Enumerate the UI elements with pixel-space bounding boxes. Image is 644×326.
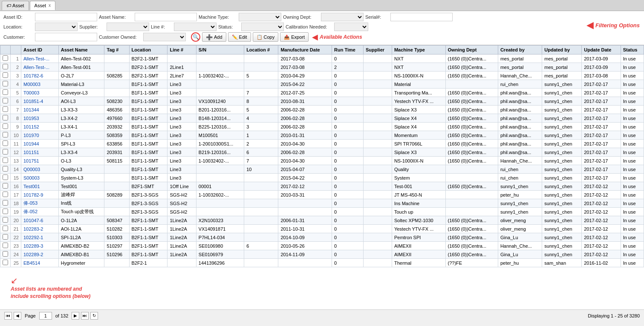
table-row[interactable]: 10101970P-L3508359B1F1-1-SMTLine3M100501… [0, 131, 644, 140]
table-row[interactable]: 13101751O-L3508115B1F1-1-SMTLine31-10032… [0, 157, 644, 165]
row-checkbox[interactable] [3, 260, 8, 265]
cell-asset-id[interactable]: 101152 [21, 123, 59, 131]
export-button[interactable]: 📤 Export [280, 32, 309, 42]
table-row[interactable]: 16Test001Test001B2F1-SMT1Off Line0000120… [0, 182, 644, 191]
cell-asset-id[interactable]: 101851-4 [21, 97, 59, 106]
asset-id-input[interactable] [35, 13, 97, 21]
cell-asset-id[interactable]: 101344 [21, 106, 59, 114]
cell-asset-id[interactable]: EB4514 [21, 259, 59, 267]
table-row[interactable]: 1Allen-Test-...Allen-Test-002B2F2-1-SMT2… [0, 54, 644, 63]
asset-tab[interactable]: Asset x [30, 1, 56, 10]
customer-owned-select[interactable] [143, 33, 186, 41]
last-page-button[interactable]: ⏭ [81, 312, 89, 320]
row-checkbox[interactable] [3, 209, 8, 214]
row-checkbox[interactable] [3, 157, 8, 163]
serial-input[interactable] [390, 13, 453, 21]
table-row[interactable]: 20101047-6O-1L2A508347B2F1-1-SMT1Line2AX… [0, 216, 644, 225]
line-select[interactable] [174, 23, 217, 31]
prev-page-button[interactable]: ◀ [14, 312, 21, 320]
table-row[interactable]: 7101344L3-X3-3486356B1F1-1-SMTLine3B201-… [0, 106, 644, 114]
cell-asset-id[interactable]: 101151 [21, 148, 59, 157]
row-checkbox[interactable] [3, 140, 8, 146]
table-row[interactable]: 14Q00003Quality-L3B1F1-1-SMTLine3102015-… [0, 165, 644, 174]
row-checkbox[interactable] [3, 174, 8, 180]
row-checkbox[interactable] [3, 192, 8, 197]
supplier-select[interactable] [107, 23, 149, 31]
cell-asset-id[interactable]: 俸-052 [21, 208, 59, 216]
row-checkbox[interactable] [3, 72, 8, 78]
cell-asset-id[interactable]: 101782-6 [21, 71, 59, 80]
col-header-update-date[interactable]: Update Date [582, 46, 621, 54]
cell-asset-id[interactable]: 102289-3 [21, 242, 59, 250]
page-number-input[interactable] [39, 312, 52, 320]
cell-asset-id[interactable]: 102289-2 [21, 250, 59, 259]
cell-asset-id[interactable]: 102292-1 [21, 233, 59, 242]
row-checkbox[interactable] [3, 149, 8, 154]
table-row[interactable]: 4M00003Material-L3B1F1-1-SMTLine32015-04… [0, 80, 644, 89]
status-select[interactable] [241, 23, 284, 31]
col-header-machine-type[interactable]: Machine Type [392, 46, 445, 54]
col-header-runtime[interactable]: Run Time [332, 46, 363, 54]
cell-asset-id[interactable]: 102283-2 [21, 225, 59, 233]
refresh-button[interactable]: ↻ [90, 312, 98, 320]
cell-asset-id[interactable]: M00003 [21, 80, 59, 89]
cell-asset-id[interactable]: 101782-9 [21, 191, 59, 199]
table-row[interactable]: 18俸-053Ins线B2F1-3-SGSSGS-H20Ins Machines… [0, 199, 644, 208]
row-checkbox[interactable] [3, 166, 8, 172]
table-row[interactable]: 19俸-052Touch up皮带线B2F1-3-SGSSGS-H20Touch… [0, 208, 644, 216]
table-row[interactable]: 17101782-9波峰焊508289B2F1-3-SGSSGS-H21-100… [0, 191, 644, 199]
row-checkbox[interactable] [3, 132, 8, 137]
first-page-button[interactable]: ⏮ [4, 312, 12, 320]
cell-asset-id[interactable]: 101944 [21, 140, 59, 148]
table-row[interactable]: 2Allen-Test-...Allen-Test-001B2F2-1-SMT2… [0, 63, 644, 71]
machine-type-select[interactable] [239, 13, 281, 21]
row-checkbox[interactable] [3, 200, 8, 206]
table-row[interactable]: 5T00003Conveyor-L3B1F1-1-SMTLine372012-0… [0, 89, 644, 97]
calibration-select[interactable] [334, 23, 368, 31]
col-header-location-num[interactable]: Location # [244, 46, 278, 54]
col-header-created-by[interactable]: Created by [498, 46, 542, 54]
row-checkbox[interactable] [3, 234, 8, 240]
table-row[interactable]: 3101782-6O-2L7508285B2F2-1-SMT2Line71-10… [0, 71, 644, 80]
row-checkbox[interactable] [3, 251, 8, 257]
add-button[interactable]: ➕ Add [202, 32, 226, 42]
col-header-sn[interactable]: S/N [196, 46, 244, 54]
row-checkbox[interactable] [3, 81, 8, 86]
col-header-updated-by[interactable]: Updated by [542, 46, 582, 54]
col-header-asset-id[interactable]: Asset ID [21, 46, 59, 54]
col-header-tag[interactable]: Tag # [104, 46, 129, 54]
cell-asset-id[interactable]: Test001 [21, 182, 59, 191]
row-checkbox[interactable] [3, 55, 8, 61]
row-checkbox[interactable] [3, 183, 8, 189]
cell-asset-id[interactable]: T00003 [21, 89, 59, 97]
cell-asset-id[interactable]: 101970 [21, 131, 59, 140]
col-header-status[interactable]: Status [621, 46, 644, 54]
col-header-owning-dept[interactable]: Owning Dept [445, 46, 498, 54]
asset-table-container[interactable]: Asset ID Asset Name Tag # Location Line … [0, 45, 644, 309]
row-checkbox[interactable] [3, 98, 8, 103]
location-select[interactable] [35, 23, 78, 31]
table-row[interactable]: 6101851-4AOI-L3508230B1F1-1-SMTLine3VX10… [0, 97, 644, 106]
cell-asset-id[interactable]: 俸-053 [21, 199, 59, 208]
cell-asset-id[interactable]: Allen-Test-... [21, 63, 59, 71]
tab-close-icon[interactable]: x [49, 3, 51, 8]
cell-asset-id[interactable]: 101751 [21, 157, 59, 165]
table-row[interactable]: 9101152L3-X4-1203932B1F1-1-SMTLine3B225-… [0, 123, 644, 131]
cell-asset-id[interactable]: Q00003 [21, 165, 59, 174]
table-row[interactable]: 21102283-2AOI-1L2A510282B2F1-1-SMT1Line2… [0, 225, 644, 233]
row-checkbox[interactable] [3, 226, 8, 231]
cell-asset-id[interactable]: 101953 [21, 114, 59, 123]
cell-asset-id[interactable]: Allen-Test-... [21, 54, 59, 63]
copy-button[interactable]: 📋 Copy [253, 32, 279, 42]
customer-input[interactable] [35, 33, 97, 41]
table-row[interactable]: 23102289-3AIMEXBD-B2510297B2F1-1-SMT1Lin… [0, 242, 644, 250]
row-checkbox[interactable] [3, 217, 8, 223]
row-checkbox[interactable] [3, 243, 8, 248]
col-header-location[interactable]: Location [129, 46, 167, 54]
owning-dept-select[interactable] [321, 13, 364, 21]
search-button[interactable]: 🔍 [191, 32, 200, 42]
table-row[interactable]: 15S00003System-L3B1F1-1-SMTLine32015-04-… [0, 174, 644, 182]
col-header-mfg-date[interactable]: Manufacture Date [278, 46, 332, 54]
col-header-asset-name[interactable]: Asset Name [58, 46, 104, 54]
table-row[interactable]: 22102292-1SPI-1L2A510303B2F1-1-SMT1Line2… [0, 233, 644, 242]
